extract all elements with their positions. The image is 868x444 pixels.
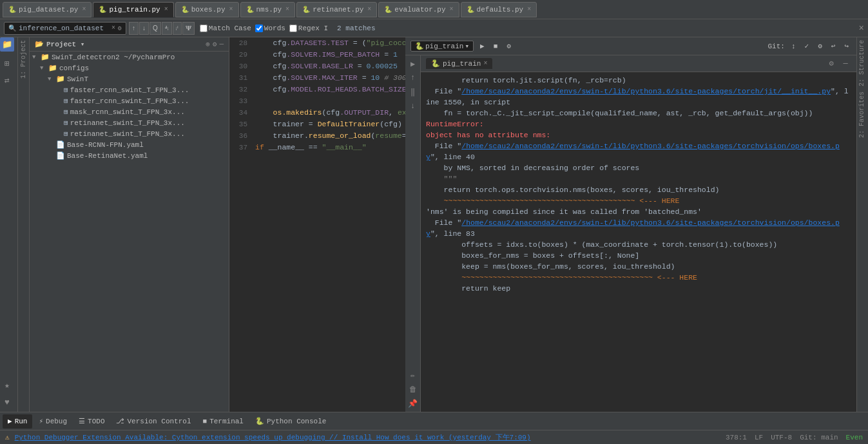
- run-tab-label: pig_train: [443, 60, 481, 68]
- code-content: 28 cfg.DATASETS.TEST = ("pig_coco_test",…: [229, 37, 405, 412]
- output-link[interactable]: /home/scau2/anaconda2/envs/swin-t/lib/py…: [461, 87, 831, 95]
- project-label[interactable]: 1: Project: [19, 37, 28, 81]
- close-search-button[interactable]: ×: [859, 23, 864, 34]
- match-case-checkbox[interactable]: [200, 24, 207, 32]
- undo-button[interactable]: ↩: [829, 41, 838, 52]
- tab-label: retinanet.py: [313, 6, 363, 14]
- gear-icon[interactable]: ⚙: [825, 58, 837, 70]
- favorites-label[interactable]: 2: Favorites: [857, 89, 868, 140]
- tab-close[interactable]: ×: [285, 6, 289, 13]
- run-pause-icon[interactable]: ‖: [407, 86, 419, 98]
- tab-close[interactable]: ×: [229, 6, 233, 13]
- tree-config-3[interactable]: ⊞ mask_rcnn_swint_T_FPN_3x...: [30, 106, 229, 117]
- run-up-icon[interactable]: ↑: [407, 72, 419, 84]
- run-tab[interactable]: 🐍 pig_train ×: [426, 58, 492, 69]
- run-play-button[interactable]: ▶: [477, 41, 487, 52]
- py-icon: 🐍: [99, 6, 106, 14]
- code-line-32: 32 cfg.MODEL.ROI_HEADS.BATCH_SIZE_PER_IM…: [229, 84, 405, 95]
- stop-button[interactable]: ■: [491, 41, 501, 52]
- status-warning-text[interactable]: Python Debugger Extension Available: Cyt…: [15, 432, 531, 442]
- regex-label: Regex I: [298, 24, 328, 32]
- search-settings-icon[interactable]: ⚙: [118, 24, 122, 32]
- status-bar-right: 378:1 LF UTF-8 Git: main Even: [726, 434, 863, 441]
- todo-tab-button[interactable]: ☰ TODO: [73, 414, 110, 429]
- tab-close[interactable]: ×: [164, 6, 168, 13]
- redo-button[interactable]: ↪: [842, 41, 851, 52]
- settings-button[interactable]: ⚙: [504, 41, 514, 52]
- match-case-option[interactable]: Match Case: [200, 24, 251, 32]
- run-trash-icon[interactable]: 🗑: [407, 383, 419, 395]
- output-link[interactable]: /home/scau2/anaconda2/envs/swin-t/lib/py…: [426, 218, 840, 238]
- tree-configs[interactable]: ▼ 📁 configs: [30, 63, 229, 73]
- add-icon[interactable]: ⊕: [206, 40, 210, 48]
- run-pin-icon[interactable]: 📌: [407, 398, 419, 409]
- branch-selector[interactable]: 🐍 pig_train ▾: [410, 41, 474, 52]
- tab-pig-dataset[interactable]: 🐍 pig_dataset.py ×: [3, 2, 92, 17]
- git-commit-button[interactable]: ✓: [802, 41, 812, 52]
- tab-boxes[interactable]: 🐍 boxes.py ×: [175, 2, 239, 17]
- minus-icon[interactable]: —: [840, 58, 851, 70]
- debug-tab-button[interactable]: ⚡ Debug: [34, 414, 72, 429]
- tab-defaults[interactable]: 🐍 defaults.py ×: [461, 2, 537, 17]
- favorites-button[interactable]: ♥: [0, 395, 14, 409]
- tab-nms[interactable]: 🐍 nms.py ×: [240, 2, 296, 17]
- output-line: """: [426, 173, 851, 184]
- run-edit-icon[interactable]: ✏: [407, 369, 419, 381]
- run-tab-button[interactable]: ▶ Run: [3, 414, 32, 429]
- run-tab-close[interactable]: ×: [483, 60, 487, 67]
- terminal-tab-button[interactable]: ■ Terminal: [198, 414, 249, 429]
- tab-close[interactable]: ×: [527, 6, 531, 13]
- project-view-button[interactable]: 📁: [0, 37, 14, 52]
- search-filter-button[interactable]: 𝚿: [182, 22, 195, 35]
- run-play-icon[interactable]: ▶: [407, 58, 419, 70]
- tab-bar: 🐍 pig_dataset.py × 🐍 pig_train.py × 🐍 bo…: [0, 0, 868, 19]
- tab-retinanet[interactable]: 🐍 retinanet.py ×: [296, 2, 377, 17]
- tab-label: nms.py: [256, 6, 282, 14]
- tree-base-rcnn[interactable]: 📄 Base-RCNN-FPN.yaml: [30, 139, 229, 150]
- search-options-button[interactable]: ᵢᴵ: [173, 22, 182, 35]
- tree-base-retina[interactable]: 📄 Base-RetinaNet.yaml: [30, 150, 229, 161]
- nav-button[interactable]: ⇄: [0, 73, 14, 88]
- structure-button[interactable]: ⊞: [0, 57, 14, 71]
- regex-checkbox[interactable]: [289, 24, 297, 32]
- tab-pig-train[interactable]: 🐍 pig_train.py ×: [93, 2, 173, 17]
- tree-config-1[interactable]: ⊞ faster_rcnn_swint_T_FPN_3...: [30, 84, 229, 95]
- minus-icon[interactable]: —: [219, 40, 224, 48]
- tab-close[interactable]: ×: [82, 6, 86, 13]
- tree-swint[interactable]: ▼ 📁 SwinT: [30, 73, 229, 84]
- search-prev-button[interactable]: ↑: [129, 22, 139, 35]
- words-option[interactable]: Words: [255, 24, 285, 32]
- tab-close[interactable]: ×: [450, 6, 454, 13]
- regex-option[interactable]: Regex I: [289, 24, 328, 32]
- search-input[interactable]: inference_on_dataset: [19, 24, 109, 32]
- line-num: 28: [229, 37, 253, 49]
- tree-config-4[interactable]: ⊞ retinanet_swint_T_FPN_3x...: [30, 117, 229, 128]
- output-link[interactable]: /home/scau2/anaconda2/envs/swin-t/lib/py…: [426, 142, 840, 161]
- config-icon[interactable]: ⚙: [213, 40, 217, 48]
- tab-evaluator[interactable]: 🐍 evaluator.py ×: [378, 2, 459, 17]
- expand-arrow: ▼: [32, 54, 39, 61]
- code-line-34: 34 os.makedirs(cfg.OUTPUT_DIR, exist_ok=…: [229, 107, 405, 119]
- clear-search-icon[interactable]: ×: [111, 24, 115, 32]
- tree-root[interactable]: ▼ 📁 SwinT_detectron2 ~/PycharmPro: [30, 52, 229, 63]
- tree-config-2[interactable]: ⊞ faster_rcnn_swint_T_FPN_3...: [30, 95, 229, 106]
- root-label: SwinT_detectron2 ~/PycharmPro: [52, 53, 175, 61]
- python-console-tab-button[interactable]: 🐍 Python Console: [250, 414, 331, 429]
- dropdown-arrow: ▾: [465, 42, 469, 50]
- search-sub-button[interactable]: ⁴ᵢ: [162, 22, 172, 35]
- structure-label[interactable]: 2: Structure: [857, 37, 868, 89]
- search-all-button[interactable]: Q: [149, 22, 161, 35]
- git-diff-button[interactable]: ↕: [789, 41, 798, 52]
- config-3-label: mask_rcnn_swint_T_FPN_3x...: [70, 108, 185, 116]
- search-next-button[interactable]: ↓: [139, 22, 149, 35]
- git-settings-button[interactable]: ⚙: [815, 41, 825, 52]
- bookmark-button[interactable]: ★: [0, 378, 14, 392]
- run-down-icon[interactable]: ↓: [407, 101, 419, 112]
- git-label: Git:: [767, 43, 784, 50]
- version-control-tab-button[interactable]: ⎇ Version Control: [111, 414, 196, 429]
- words-checkbox[interactable]: [255, 24, 263, 32]
- output-line: boxes_for_nms = boxes + offsets[:, None]: [426, 250, 851, 261]
- tree-config-5[interactable]: ⊞ retinanet_swint_T_FPN_3x...: [30, 128, 229, 139]
- base-rcnn-label: Base-RCNN-FPN.yaml: [67, 141, 144, 149]
- tab-close[interactable]: ×: [367, 6, 371, 13]
